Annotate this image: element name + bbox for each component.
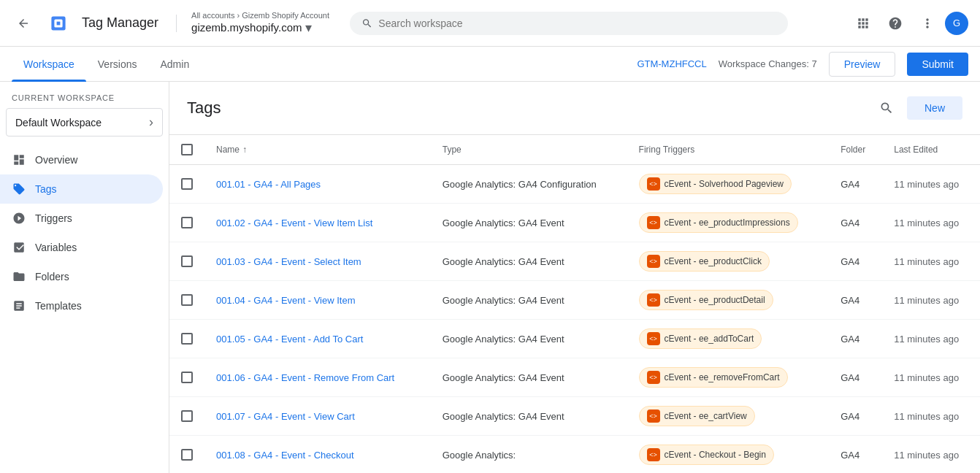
row-folder-cell: GA4 [829,204,882,242]
table-row: 001.06 - GA4 - Event - Remove From Cart … [169,358,980,397]
help-icon-button[interactable] [881,9,910,38]
table-search-button[interactable] [872,93,901,123]
row-type-cell: Google Analytics: GA4 Event [431,358,627,397]
row-type-cell: Google Analytics: GA4 Event [431,397,627,436]
tag-link[interactable]: 001.02 - GA4 - Event - View Item List [216,218,372,228]
content-area: Tags New Name [169,82,980,473]
row-type-cell: Google Analytics: GA4 Event [431,242,627,281]
breadcrumb-main[interactable]: gizemb.myshopify.com ▾ [191,20,329,36]
trigger-icon: <> [647,409,660,423]
apps-icon-button[interactable] [849,9,878,38]
trigger-label: cEvent - ee_cartView [665,411,747,421]
row-last-edited-cell: 11 minutes ago [882,320,980,358]
row-checkbox[interactable] [181,372,193,383]
sidebar-item-folders[interactable]: Folders [0,262,163,291]
tab-versions[interactable]: Versions [86,47,149,82]
gtm-id: GTM-MZHFCCL [637,58,706,69]
tabbar-right: GTM-MZHFCCL Workspace Changes: 7 Preview… [637,52,968,77]
trigger-badge: <> cEvent - ee_removeFromCart [639,367,788,388]
trigger-label: cEvent - ee_productImpressions [665,218,790,228]
row-checkbox[interactable] [181,449,193,461]
trigger-icon: <> [647,371,660,384]
help-icon [888,16,903,31]
header-checkbox-col [169,135,204,165]
row-trigger-cell: <> cEvent - ee_cartView [627,397,830,436]
breadcrumb-top: All accounts › Gizemb Shopify Account [191,11,329,20]
sidebar-item-variables-label: Variables [35,242,77,253]
row-checkbox-cell [169,204,204,242]
row-checkbox[interactable] [181,178,193,190]
tag-link[interactable]: 001.08 - GA4 - Event - Checkout [216,450,354,461]
breadcrumb-account: gizemb.myshopify.com [191,21,302,34]
sidebar-item-triggers-label: Triggers [35,212,72,224]
avatar[interactable]: G [945,12,968,35]
trigger-badge: <> cEvent - Checkout - Begin [639,445,774,465]
tag-link[interactable]: 001.07 - GA4 - Event - View Cart [216,411,355,422]
more-menu-button[interactable] [913,9,942,38]
tab-workspace[interactable]: Workspace [12,47,86,82]
row-trigger-cell: <> cEvent - ee_productDetail [627,281,830,320]
trigger-label: cEvent - ee_removeFromCart [665,372,780,382]
workspace-changes: Workspace Changes: 7 [719,58,817,69]
tab-admin[interactable]: Admin [148,47,201,82]
triggers-icon [12,211,26,226]
tag-link[interactable]: 001.03 - GA4 - Event - Select Item [216,256,361,267]
new-tag-button[interactable]: New [907,96,962,120]
trigger-label: cEvent - Solverhood Pageview [665,179,784,189]
workspace-selector[interactable]: Default Workspace › [6,108,163,136]
app-title: Tag Manager [82,15,158,31]
tag-link[interactable]: 001.05 - GA4 - Event - Add To Cart [216,334,363,345]
tags-table-container: Name ↑ Type Firing Triggers Folder Last … [169,135,980,473]
name-sort-button[interactable]: Name ↑ [216,145,419,155]
row-checkbox[interactable] [181,410,193,422]
sidebar-item-variables[interactable]: Variables [0,233,163,262]
table-header-row: Name ↑ Type Firing Triggers Folder Last … [169,135,980,165]
table-row: 001.04 - GA4 - Event - View Item Google … [169,281,980,320]
row-name-cell: 001.05 - GA4 - Event - Add To Cart [204,320,431,358]
header: Tag Manager All accounts › Gizemb Shopif… [0,0,980,47]
tag-link[interactable]: 001.06 - GA4 - Event - Remove From Cart [216,372,394,383]
sidebar-item-triggers[interactable]: Triggers [0,204,163,233]
row-name-cell: 001.04 - GA4 - Event - View Item [204,281,431,320]
tags-table-body: 001.01 - GA4 - All Pages Google Analytic… [169,165,980,474]
table-row: 001.01 - GA4 - All Pages Google Analytic… [169,165,980,204]
row-folder-cell: GA4 [829,436,882,474]
trigger-icon: <> [647,332,660,345]
row-type-cell: Google Analytics: GA4 Event [431,281,627,320]
current-workspace-label: CURRENT WORKSPACE [0,93,169,108]
header-name-col: Name ↑ [204,135,431,165]
row-name-cell: 001.02 - GA4 - Event - View Item List [204,204,431,242]
row-checkbox-cell [169,320,204,358]
sidebar-item-templates[interactable]: Templates [0,291,163,320]
main-layout: CURRENT WORKSPACE Default Workspace › Ov… [0,82,980,473]
search-box [350,12,788,35]
sidebar-item-tags[interactable]: Tags [0,174,163,204]
table-search-icon [879,101,894,115]
submit-button[interactable]: Submit [907,53,968,76]
row-folder-cell: GA4 [829,397,882,436]
row-checkbox[interactable] [181,255,193,267]
svg-rect-2 [57,21,61,25]
row-checkbox-cell [169,358,204,397]
header-divider [176,15,177,32]
row-last-edited-cell: 11 minutes ago [882,358,980,397]
sidebar-item-overview[interactable]: Overview [0,145,163,174]
search-input[interactable] [378,18,776,29]
back-button[interactable] [12,12,35,35]
row-checkbox-cell [169,165,204,204]
row-checkbox[interactable] [181,294,193,306]
row-trigger-cell: <> cEvent - ee_addToCart [627,320,830,358]
select-all-checkbox[interactable] [181,144,193,155]
sidebar-item-overview-label: Overview [35,154,77,166]
row-checkbox[interactable] [181,217,193,228]
trigger-icon: <> [647,448,660,461]
row-checkbox[interactable] [181,333,193,345]
tag-link[interactable]: 001.01 - GA4 - All Pages [216,179,321,190]
tags-icon [12,182,26,196]
row-name-cell: 001.08 - GA4 - Event - Checkout [204,436,431,474]
row-trigger-cell: <> cEvent - Checkout - Begin [627,436,830,474]
trigger-badge: <> cEvent - ee_cartView [639,406,755,426]
tag-link[interactable]: 001.04 - GA4 - Event - View Item [216,295,356,306]
preview-button[interactable]: Preview [829,52,896,77]
header-icons: G [849,9,968,38]
